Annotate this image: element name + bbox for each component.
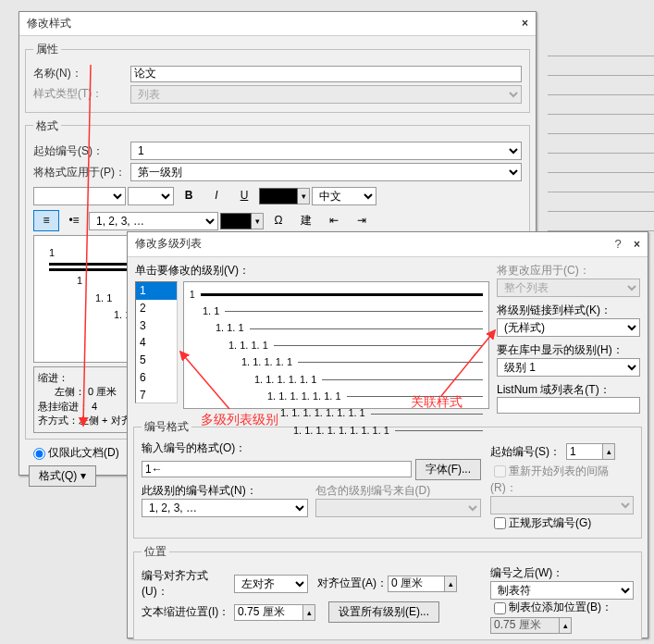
apply-format-select[interactable]: 第一级别 <box>130 163 522 181</box>
position-group: 位置 编号对齐方式(U)： 左对齐 对齐位置(A)： ▴ 文本缩进位置(I)： … <box>133 544 642 640</box>
font-button[interactable]: 字体(F)... <box>415 459 481 480</box>
numbered-list-icon[interactable]: ≡ <box>33 210 59 231</box>
modify-style-title: 修改样式 <box>27 16 71 31</box>
underline-button[interactable]: U <box>231 185 257 206</box>
insert-char-button[interactable]: 建 <box>293 210 319 231</box>
level-item-7[interactable]: 7 <box>136 387 177 403</box>
set-all-levels-button[interactable]: 设置所有级别(E)... <box>328 601 439 623</box>
align-label: 编号对齐方式(U)： <box>142 568 234 600</box>
font-toolbar: B I U ▾ 中文 <box>33 185 522 206</box>
listnum-input[interactable] <box>497 397 640 414</box>
style-type-label: 样式类型(T)： <box>33 86 130 102</box>
bold-button[interactable]: B <box>176 185 202 206</box>
properties-group: 属性 名称(N)： 样式类型(T)： 列表 <box>25 42 530 113</box>
level-item-4[interactable]: 4 <box>136 334 177 352</box>
modify-style-titlebar: 修改样式 × <box>19 12 536 36</box>
close-icon[interactable]: × <box>522 16 528 31</box>
tab-stop-input <box>490 617 560 634</box>
list-toolbar: ≡ •≡ 1, 2, 3, … ▾ Ω 建 ⇤ ⇥ <box>33 210 522 231</box>
apply-to-label: 将更改应用于(C)： <box>497 263 594 279</box>
start-at-input[interactable] <box>566 443 603 460</box>
position-legend: 位置 <box>142 544 169 560</box>
start-number-select[interactable]: 1 <box>130 142 522 160</box>
align-at-label: 对齐位置(A)： <box>317 576 388 591</box>
restart-after-select <box>490 496 634 514</box>
link-style-select[interactable]: (无样式) <box>497 318 640 337</box>
tab-stop-check[interactable] <box>494 602 506 614</box>
level-item-1[interactable]: 1 <box>136 282 177 300</box>
align-at-input[interactable] <box>388 576 445 592</box>
decrease-indent-icon[interactable]: ⇤ <box>321 210 347 231</box>
multilevel-list-dialog: 修改多级列表 ? × 单击要修改的级别(V)： 1 2 3 4 5 6 7 8 … <box>127 231 648 638</box>
italic-button[interactable]: I <box>204 185 229 206</box>
number-format-legend: 编号格式 <box>142 419 191 435</box>
increase-indent-icon[interactable]: ⇥ <box>349 210 375 231</box>
enter-format-input[interactable] <box>142 461 412 477</box>
properties-legend: 属性 <box>33 42 61 57</box>
text-indent-input[interactable] <box>234 604 303 621</box>
help-icon[interactable]: ? <box>614 237 621 251</box>
ml-title: 修改多级列表 <box>135 236 202 253</box>
level-item-3[interactable]: 3 <box>136 317 177 335</box>
this-level-style-select[interactable]: 1, 2, 3, … <box>142 499 308 517</box>
lang-select[interactable]: 中文 <box>312 187 376 205</box>
only-this-doc-radio[interactable] <box>33 448 45 460</box>
name-input[interactable] <box>130 66 522 82</box>
level-listbox[interactable]: 1 2 3 4 5 6 7 8 9 <box>135 281 178 403</box>
enter-format-label: 输入编号的格式(O)： <box>142 440 481 456</box>
listnum-label: ListNum 域列表名(T)： <box>497 382 640 398</box>
ml-titlebar: 修改多级列表 ? × <box>128 232 648 257</box>
formal-numbering-check[interactable] <box>494 517 506 529</box>
apply-to-select: 整个列表 <box>497 279 640 297</box>
omega-button[interactable]: Ω <box>265 210 291 231</box>
font-color-swatch[interactable]: ▾ <box>259 188 310 204</box>
style-type-select: 列表 <box>130 85 522 104</box>
start-at-label: 起始编号(S)： <box>490 444 561 460</box>
start-number-label: 起始编号(S)： <box>33 143 130 159</box>
bulleted-list-icon[interactable]: •≡ <box>61 210 87 231</box>
font-size-select[interactable] <box>128 187 174 205</box>
after-select[interactable]: 制表符 <box>490 581 634 600</box>
only-this-doc[interactable]: 仅限此文档(D) <box>29 446 119 459</box>
apply-format-label: 将格式应用于(P)： <box>33 165 130 180</box>
close-icon[interactable]: × <box>634 238 640 251</box>
gallery-select[interactable]: 级别 1 <box>497 358 640 377</box>
swatch-2[interactable]: ▾ <box>220 213 264 229</box>
align-select[interactable]: 左对齐 <box>234 575 308 593</box>
name-label: 名称(N)： <box>33 66 130 81</box>
level-item-6[interactable]: 6 <box>136 369 177 387</box>
format-menu-button[interactable]: 格式(Q) ▾ <box>29 465 96 487</box>
click-level-label: 单击要修改的级别(V)： <box>135 263 489 279</box>
format-legend: 格式 <box>33 118 61 134</box>
link-style-label: 将级别链接到样式(K)： <box>497 303 640 318</box>
level-item-2[interactable]: 2 <box>136 300 177 317</box>
include-from-label: 包含的级别编号来自(D) <box>315 483 482 499</box>
level-item-5[interactable]: 5 <box>136 352 177 369</box>
gallery-label: 要在库中显示的级别(H)： <box>497 342 640 358</box>
font-family-select[interactable] <box>33 187 126 205</box>
background-document <box>548 37 654 231</box>
after-label: 编号之后(W)： <box>490 565 634 581</box>
this-level-style-label: 此级别的编号样式(N)： <box>142 483 308 499</box>
text-indent-label: 文本缩进位置(I)： <box>142 604 234 620</box>
restart-after-check <box>494 465 506 477</box>
include-from-select <box>315 499 482 517</box>
ml-preview: 1 1. 1 1. 1. 1 1. 1. 1. 1 1. 1. 1. 1. 1 … <box>183 281 489 409</box>
number-format-select[interactable]: 1, 2, 3, … <box>89 212 218 230</box>
